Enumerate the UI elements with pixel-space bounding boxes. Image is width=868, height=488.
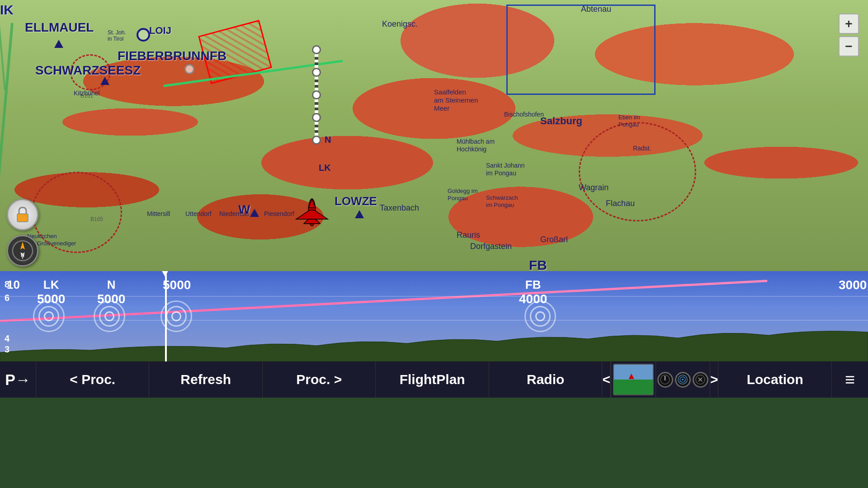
profile-wp-lk-name: LK — [37, 278, 65, 292]
profile-wp-n-name: N — [97, 278, 125, 292]
zoom-plus-icon: + — [845, 17, 852, 31]
dial-3 — [693, 372, 708, 388]
proc-fwd-button[interactable]: Proc. > — [263, 361, 376, 398]
profile-wp-10: 10 — [7, 278, 20, 292]
city-stjohann: Sankt Johannim Pongau — [486, 162, 525, 177]
profile-wp-5000-alt: 5000 — [163, 278, 191, 292]
profile-wp-3000-alt: 3000 — [839, 278, 867, 292]
radio-label: Radio — [527, 372, 564, 387]
alt-scale-6: 6 — [5, 293, 9, 303]
road-b161: B161 — [80, 93, 93, 99]
city-goldegg: Goldegg imPongau — [448, 188, 477, 202]
road-b165: B165 — [90, 216, 103, 222]
label-loij: LOIJ — [149, 25, 171, 37]
menu-button[interactable]: ≡ — [832, 361, 868, 398]
city-saalfelden: Saalfeldenam SteinernenMeer — [434, 88, 478, 113]
city-taxenbach: Taxenbach — [380, 203, 419, 213]
svg-marker-2 — [304, 219, 320, 224]
zoom-plus-button[interactable]: + — [839, 14, 859, 34]
fp-icon-button[interactable]: P→ — [0, 361, 36, 398]
label-fb-right: FB — [529, 258, 547, 271]
proc-back-label: < Proc. — [70, 372, 115, 387]
flightplan-button[interactable]: FlightPlan — [376, 361, 489, 398]
label-ellmauel: ELLMAUEL — [25, 20, 94, 35]
city-eben: Eben imPongau — [618, 114, 640, 128]
label-ik: IK — [0, 2, 14, 18]
wp-dot-low — [312, 136, 321, 145]
city-koenigsc: Koenigsc. — [382, 19, 418, 29]
refresh-button[interactable]: Refresh — [149, 361, 262, 398]
wp-connector-3 — [315, 99, 318, 113]
wp-dot-lk — [312, 113, 321, 122]
back-label: < — [602, 372, 610, 387]
toolbar: P→ < Proc. Refresh Proc. > FlightPlan Ra… — [0, 361, 868, 398]
triangle-ellmauel — [54, 40, 63, 48]
thumbnail-image — [613, 364, 654, 395]
location-label: Location — [747, 372, 803, 387]
city-abtenau: Abtenau — [581, 5, 611, 14]
thumbnail-button[interactable] — [611, 361, 656, 398]
triangle-lowze — [355, 210, 364, 218]
airspace-box-1 — [506, 5, 656, 95]
svg-point-11 — [664, 379, 666, 380]
city-flachau: Flachau — [606, 199, 635, 208]
city-uttendorf: Uttendorf — [185, 210, 212, 217]
airplane-icon — [294, 194, 330, 230]
svg-point-14 — [682, 379, 684, 380]
alt-scale-4: 4 — [5, 333, 9, 344]
profile-wp-5000: 5000 — [163, 278, 191, 292]
dial-1 — [657, 372, 673, 388]
location-button[interactable]: Location — [718, 361, 831, 398]
label-n: N — [325, 135, 331, 145]
instrument-cluster-button[interactable] — [656, 361, 710, 398]
city-niedernsill: Niedernsill — [219, 210, 249, 217]
label-schwarzsee: SCHWARZSEESZ — [35, 63, 141, 78]
label-lk: LK — [319, 163, 331, 173]
wp-connector-2 — [315, 77, 318, 90]
city-wagrain: Wagrain — [579, 183, 609, 192]
city-mittersill: Mittersill — [147, 210, 170, 217]
label-fieberbrunn: FIEBERBRUNNFB — [118, 49, 226, 63]
triangle-uttendorf — [250, 209, 259, 217]
back-button[interactable]: < — [602, 361, 611, 398]
city-schwarzach: Schwarzachim Pongau — [486, 194, 518, 208]
flightplan-label: FlightPlan — [400, 372, 465, 387]
city-muehlbach: Mühlbach amHochkönig — [457, 138, 495, 153]
fwd-button[interactable]: > — [710, 361, 719, 398]
city-radst: Radst. — [633, 145, 651, 152]
zoom-minus-icon: − — [845, 39, 852, 54]
radio-button[interactable]: Radio — [489, 361, 602, 398]
grid-line-4 — [0, 320, 868, 321]
compass-button[interactable]: N — [7, 235, 38, 267]
profile-wp-fb-name: FB — [519, 278, 547, 292]
refresh-label: Refresh — [180, 372, 231, 387]
fp-icon-label: P→ — [5, 371, 31, 389]
city-piesendorf: Piesendorf — [264, 210, 294, 217]
profile-wp-3000: 3000 — [839, 278, 867, 292]
terrain-silhouette — [0, 325, 868, 361]
city-dorfgastein: Dorfgastein — [470, 242, 512, 251]
fb-marker — [184, 64, 194, 74]
svg-text:N: N — [21, 252, 24, 258]
svg-marker-1 — [296, 210, 328, 219]
zoom-minus-button[interactable]: − — [839, 36, 859, 56]
wp-dot-n — [312, 90, 321, 99]
waypoint-sequence — [312, 45, 321, 145]
loij-marker — [137, 28, 150, 42]
profile-marker-arrow — [161, 271, 169, 277]
dial-2 — [675, 372, 691, 388]
svg-rect-4 — [17, 214, 28, 222]
dashed-airspace-3 — [579, 122, 696, 221]
lock-button[interactable] — [7, 199, 38, 230]
wp-dot-2 — [312, 68, 321, 77]
city-salzburg: Salzburg — [540, 115, 582, 127]
map-background — [0, 0, 868, 271]
city-rauris: Rauris — [457, 230, 480, 240]
map-container: ELLMAUEL LOIJ FIEBERBRUNNFB SCHWARZSEESZ… — [0, 0, 868, 271]
proc-back-button[interactable]: < Proc. — [36, 361, 149, 398]
alt-scale-3: 3 — [5, 344, 9, 355]
menu-icon: ≡ — [845, 370, 855, 389]
wp-connector-4 — [315, 122, 318, 136]
city-stjoh-tirol: St. Joh.in Tirol — [108, 29, 126, 42]
grid-line-6 — [0, 296, 868, 297]
